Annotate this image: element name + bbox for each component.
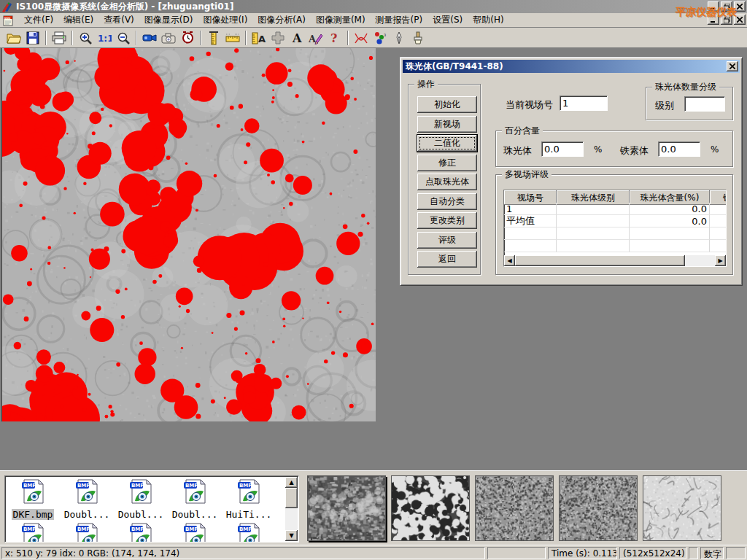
file-item[interactable]: BMP: [61, 523, 113, 542]
bmp-file-icon: BMP: [236, 479, 261, 504]
ruler-icon[interactable]: [223, 29, 242, 47]
time-status: Time (s): 0.113: [548, 547, 617, 559]
file-item[interactable]: BMP: [169, 523, 221, 542]
svg-text:BMP: BMP: [185, 526, 198, 532]
pearlite-percent-input[interactable]: [541, 141, 584, 157]
table-cell: [630, 228, 710, 240]
current-field-input[interactable]: [560, 96, 608, 111]
file-item[interactable]: BMPDoubl...: [169, 479, 221, 520]
op-button-1[interactable]: 初始化: [417, 96, 477, 113]
multifield-table[interactable]: 视场号珠光体级别珠光体含量(%)铁素10.0平均值0.0◀▶: [503, 190, 727, 267]
file-item[interactable]: BMPHuiTi...: [222, 479, 275, 520]
caliper-icon[interactable]: [204, 29, 223, 47]
file-item[interactable]: BMP: [115, 523, 167, 542]
file-name[interactable]: Doubl...: [63, 509, 112, 520]
file-item[interactable]: BMPDKF.bmp: [7, 479, 59, 520]
menu-item-10[interactable]: 帮助(H): [468, 13, 508, 26]
file-name[interactable]: Doubl...: [171, 509, 220, 520]
menu-item-1[interactable]: 文件(F): [19, 13, 58, 26]
menu-item-5[interactable]: 图像处理(I): [198, 13, 252, 26]
scroll-up-icon[interactable]: ▲: [285, 477, 298, 488]
svg-text:BMP: BMP: [131, 483, 144, 489]
save-icon[interactable]: [23, 29, 42, 47]
annotate-icon[interactable]: A: [306, 29, 325, 47]
table-row[interactable]: 平均值0.0: [504, 215, 726, 228]
menu-item-4[interactable]: 图像显示(D): [139, 13, 198, 26]
zoom-in-icon[interactable]: [76, 29, 95, 47]
file-item[interactable]: BMP: [222, 523, 275, 542]
svg-text:BMP: BMP: [239, 526, 252, 532]
op-button-6[interactable]: 自动分类: [417, 193, 477, 210]
scroll-thumb[interactable]: [515, 255, 685, 266]
svg-text:BMP: BMP: [131, 526, 144, 532]
curve-icon[interactable]: [352, 29, 371, 47]
ferrite-percent-input[interactable]: [658, 141, 700, 157]
brush-icon[interactable]: [409, 29, 427, 47]
scroll-down-icon[interactable]: ▼: [285, 530, 298, 541]
svg-text:A: A: [292, 32, 302, 44]
menu-item-3[interactable]: 查看(V): [98, 13, 139, 26]
table-row[interactable]: 10.0: [504, 203, 726, 215]
pearlite-label: 珠光体: [503, 144, 532, 158]
camera-icon[interactable]: [159, 29, 178, 47]
scroll-right-icon[interactable]: ▶: [715, 255, 726, 266]
menu-item-7[interactable]: 图像测量(M): [311, 13, 371, 26]
svg-text:A: A: [258, 34, 266, 44]
file-name[interactable]: DKF.bmp: [12, 509, 55, 520]
thumbnail-3[interactable]: [475, 475, 554, 541]
file-name[interactable]: HuiTi...: [225, 509, 274, 520]
video-camera-icon[interactable]: [140, 29, 159, 47]
scroll-thumb[interactable]: [285, 488, 298, 508]
grade-input[interactable]: [684, 96, 725, 112]
scroll-left-icon[interactable]: ◀: [504, 255, 515, 266]
file-name[interactable]: Doubl...: [117, 509, 166, 520]
svg-text:?: ?: [330, 32, 337, 44]
op-button-5[interactable]: 点取珠光体: [417, 174, 477, 190]
files-panel: BMPDKF.bmpBMPDoubl...BMPDoubl...BMPDoubl…: [0, 470, 747, 545]
file-item[interactable]: BMPDoubl...: [61, 479, 113, 520]
current-field-label: 当前视场号: [506, 98, 553, 112]
table-hscrollbar[interactable]: ◀▶: [504, 255, 726, 266]
text-icon[interactable]: A: [287, 29, 306, 47]
menu-item-6[interactable]: 图像分析(A): [252, 13, 311, 26]
table-cell: [557, 240, 630, 252]
bmp-file-icon: BMP: [74, 523, 99, 542]
measure-text-icon[interactable]: A: [249, 29, 268, 47]
pearlite-percent-sign: %: [594, 144, 602, 155]
thumbnail-2[interactable]: [391, 475, 470, 541]
thumbnail-4[interactable]: [559, 475, 638, 541]
dialog-close-icon[interactable]: [727, 61, 738, 71]
op-button-2[interactable]: 新视场: [417, 116, 477, 133]
zoom-out-icon[interactable]: [114, 29, 133, 47]
open-folder-icon[interactable]: [4, 29, 23, 47]
actual-size-icon[interactable]: 1:1: [95, 29, 114, 47]
menu-item-2[interactable]: 编辑(E): [58, 13, 98, 26]
file-item[interactable]: BMP: [7, 523, 59, 542]
help-icon[interactable]: ?: [325, 29, 344, 47]
grade-group: 珠光体数量分级 级别: [646, 87, 733, 120]
particles-icon[interactable]: 3: [371, 29, 390, 47]
table-row[interactable]: [504, 228, 726, 240]
grid-icon[interactable]: [268, 29, 287, 47]
thumbnail-5[interactable]: [643, 475, 721, 541]
op-button-3[interactable]: 二值化: [417, 135, 477, 152]
menu-item-8[interactable]: 测量报告(P): [371, 13, 428, 26]
table-row[interactable]: [504, 240, 726, 252]
print-icon[interactable]: [50, 29, 69, 47]
menu-item-9[interactable]: 设置(S): [427, 13, 468, 26]
metallograph-image[interactable]: [1, 48, 376, 421]
percent-group-label: 百分含量: [502, 125, 543, 136]
image-size-status: (512x512x24): [619, 547, 686, 559]
dialog-title-bar[interactable]: 珠光体(GB/T9441-88): [403, 60, 740, 73]
op-button-4[interactable]: 修正: [417, 155, 477, 171]
multifield-group: 多视场评级 视场号珠光体级别珠光体含量(%)铁素10.0平均值0.0◀▶: [495, 174, 733, 275]
thumbnail-1[interactable]: [307, 475, 386, 541]
op-button-9[interactable]: 返回: [417, 251, 477, 268]
clock-icon[interactable]: [178, 29, 197, 47]
pen-icon[interactable]: [390, 29, 409, 47]
op-button-7[interactable]: 更改类别: [417, 212, 477, 229]
file-vscrollbar[interactable]: ▲▼: [285, 477, 298, 541]
op-button-8[interactable]: 评级: [417, 232, 477, 249]
table-cell: [710, 215, 727, 228]
file-item[interactable]: BMPDoubl...: [115, 479, 167, 520]
